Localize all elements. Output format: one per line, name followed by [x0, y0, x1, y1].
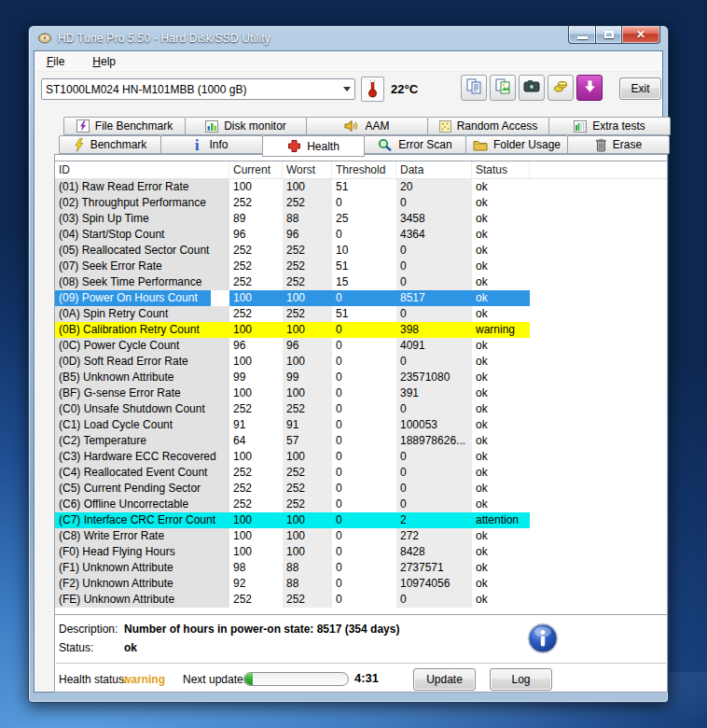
drive-select-dropdown[interactable]: ST1000LM024 HN-M101MBB (1000 gB): [41, 78, 355, 100]
save-button[interactable]: [548, 75, 574, 101]
cell-id: (04) Start/Stop Count: [55, 227, 229, 243]
update-button[interactable]: Update: [413, 668, 476, 691]
cell-filler: [530, 306, 667, 322]
menu-file[interactable]: File: [43, 53, 68, 70]
tab-label: Random Access: [457, 119, 538, 133]
table-row[interactable]: (04) Start/Stop Count969604364ok: [55, 227, 667, 243]
column-header-status[interactable]: Status: [472, 161, 530, 178]
cell-current: 100: [229, 544, 283, 560]
tab-error-scan[interactable]: Error Scan: [364, 135, 466, 154]
cell-worst: 100: [283, 528, 332, 544]
cell-worst: 100: [283, 544, 332, 560]
tab-info[interactable]: iInfo: [160, 135, 263, 154]
save-icon: [553, 78, 568, 97]
table-row[interactable]: (C0) Unsafe Shutdown Count25225200ok: [55, 401, 667, 417]
toolbar-buttons: [461, 75, 603, 101]
cell-data: 20: [396, 179, 472, 195]
temperature-button[interactable]: [361, 77, 384, 102]
cell-threshold: 0: [332, 290, 396, 306]
cell-threshold: 0: [332, 227, 396, 243]
cell-status: ok: [472, 385, 530, 401]
cell-id: (0C) Power Cycle Count: [55, 338, 229, 354]
menu-help[interactable]: Help: [89, 53, 119, 70]
client-area: File Help ST1000LM024 HN-M101MBB (1000 g…: [34, 50, 663, 693]
close-icon: ✕: [636, 28, 645, 41]
table-row[interactable]: (F0) Head Flying Hours10010008428ok: [55, 544, 667, 560]
cell-filler: [530, 576, 667, 592]
red-cross-icon: [287, 139, 301, 153]
cell-current: 64: [229, 433, 283, 449]
cell-id: (09) Power On Hours Count: [55, 290, 229, 306]
table-row[interactable]: (0C) Power Cycle Count969604091ok: [55, 338, 667, 354]
column-header-data[interactable]: Data: [396, 161, 472, 178]
tab-aam[interactable]: AAM: [306, 117, 428, 135]
table-row[interactable]: (FE) Unknown Attribute25225200ok: [55, 592, 667, 608]
trash-icon: [595, 138, 607, 152]
tab-file-benchmark[interactable]: File Benchmark: [63, 117, 186, 135]
exit-button[interactable]: Exit: [619, 77, 661, 100]
cell-status: ok: [472, 259, 530, 274]
table-row[interactable]: (08) Seek Time Performance252252150ok: [55, 274, 667, 290]
cell-worst: 252: [283, 259, 332, 274]
download-button[interactable]: [576, 75, 603, 101]
column-header-id[interactable]: ID: [55, 161, 229, 178]
tab-health[interactable]: Health: [262, 135, 365, 157]
table-row[interactable]: (F1) Unknown Attribute988802737571ok: [55, 560, 667, 576]
menu-bar: File Help: [35, 52, 661, 72]
tab-random-access[interactable]: Random Access: [427, 117, 549, 135]
table-row[interactable]: (C2) Temperature64570188978626...ok: [55, 433, 667, 449]
table-row[interactable]: (01) Raw Read Error Rate1001005120ok: [55, 179, 667, 195]
cell-id: (0A) Spin Retry Count: [55, 306, 229, 322]
table-row[interactable]: (BF) G-sense Error Rate1001000391ok: [55, 385, 667, 401]
column-header-filler: [530, 161, 667, 178]
cell-data: 8517: [396, 290, 472, 306]
column-header-worst[interactable]: Worst: [283, 161, 332, 178]
tab-disk-monitor[interactable]: Disk monitor: [185, 117, 307, 135]
table-row[interactable]: (F2) Unknown Attribute9288010974056ok: [55, 576, 667, 592]
table-row[interactable]: (09) Power On Hours Count10010008517ok: [55, 290, 667, 306]
title-bar[interactable]: HD Tune Pro 5.50 - Hard Disk/SSD Utility…: [29, 26, 668, 50]
close-button[interactable]: ✕: [622, 26, 660, 44]
info-icon: i: [195, 138, 203, 152]
cell-current: 100: [229, 512, 283, 528]
column-header-current[interactable]: Current: [229, 161, 283, 178]
cell-filler: [530, 322, 667, 338]
tab-label: Extra tests: [592, 119, 645, 133]
table-row[interactable]: (C4) Reallocated Event Count25225200ok: [55, 465, 667, 481]
screenshot-button[interactable]: [519, 75, 545, 101]
table-row[interactable]: (C1) Load Cycle Count91910100053ok: [55, 417, 667, 433]
table-row[interactable]: (0D) Soft Read Error Rate10010000ok: [55, 354, 667, 370]
table-row[interactable]: (C8) Write Error Rate1001000272ok: [55, 528, 667, 544]
minimize-button[interactable]: [568, 26, 596, 44]
table-row[interactable]: (02) Throughput Performance25225200ok: [55, 195, 667, 211]
tab-folder-usage[interactable]: Folder Usage: [465, 135, 568, 154]
copy-image-button[interactable]: [490, 75, 516, 101]
table-row[interactable]: (C6) Offline Uncorrectable25225200ok: [55, 497, 667, 512]
cell-current: 100: [229, 322, 283, 338]
app-icon: [37, 31, 52, 46]
copy-text-button[interactable]: [461, 75, 487, 101]
tab-erase[interactable]: Erase: [567, 135, 670, 154]
column-header-threshold[interactable]: Threshold: [332, 161, 396, 178]
log-button[interactable]: Log: [490, 668, 552, 691]
table-row[interactable]: (0B) Calibration Retry Count1001000398wa…: [55, 322, 667, 338]
maximize-button[interactable]: [596, 26, 622, 44]
table-row[interactable]: (C3) Hardware ECC Recovered10010000ok: [55, 449, 667, 465]
tab-strip-bottom: BenchmarkiInfoHealthError ScanFolder Usa…: [59, 135, 669, 154]
tab-benchmark[interactable]: Benchmark: [59, 135, 161, 154]
cell-status: ok: [472, 179, 530, 195]
table-row[interactable]: (C7) Interface CRC Error Count10010002at…: [55, 512, 667, 528]
table-row[interactable]: (C5) Current Pending Sector25225200ok: [55, 481, 667, 497]
cell-filler: [530, 449, 667, 465]
cell-data: 0: [396, 465, 472, 481]
table-row[interactable]: (07) Seek Error Rate252252510ok: [55, 259, 667, 274]
tab-extra-tests[interactable]: Extra tests: [548, 117, 671, 135]
cell-filler: [530, 465, 667, 481]
table-row[interactable]: (B5) Unknown Attribute9999023571080ok: [55, 370, 667, 385]
table-row[interactable]: (03) Spin Up Time8988253458ok: [55, 211, 667, 227]
table-row[interactable]: (0A) Spin Retry Count252252510ok: [55, 306, 667, 322]
bar-chart-icon: [205, 120, 218, 133]
table-row[interactable]: (05) Reallocated Sector Count252252100ok: [55, 243, 667, 259]
tab-label: Benchmark: [90, 138, 147, 151]
cell-worst: 252: [283, 481, 332, 497]
